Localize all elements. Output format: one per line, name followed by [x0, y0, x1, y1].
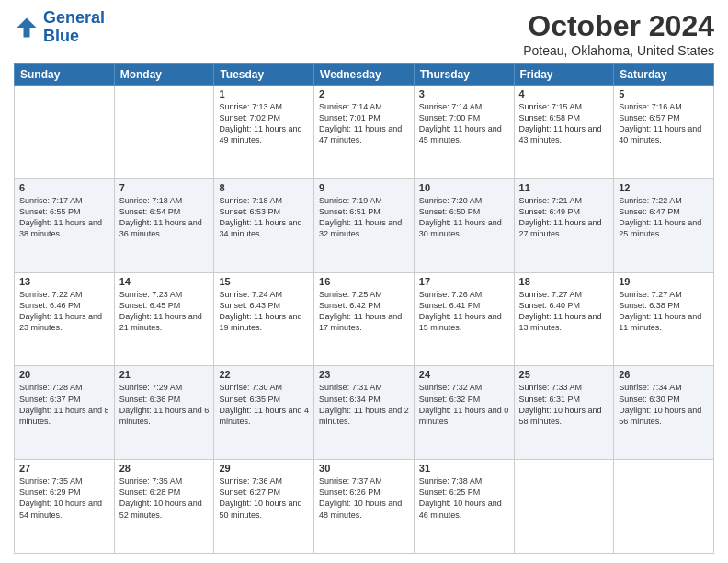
- day-info: Sunrise: 7:14 AMSunset: 7:01 PMDaylight:…: [319, 101, 409, 146]
- day-cell: 19 Sunrise: 7:27 AMSunset: 6:38 PMDaylig…: [614, 272, 714, 366]
- week-row-1: 1 Sunrise: 7:13 AMSunset: 7:02 PMDayligh…: [15, 86, 714, 179]
- day-number: 22: [219, 369, 309, 380]
- day-info: Sunrise: 7:17 AMSunset: 6:55 PMDaylight:…: [19, 195, 109, 240]
- day-info: Sunrise: 7:34 AMSunset: 6:30 PMDaylight:…: [619, 382, 709, 427]
- day-cell: 15 Sunrise: 7:24 AMSunset: 6:43 PMDaylig…: [214, 272, 314, 366]
- day-info: Sunrise: 7:27 AMSunset: 6:40 PMDaylight:…: [519, 289, 609, 334]
- logo-icon: [14, 15, 40, 40]
- day-number: 14: [119, 276, 210, 287]
- week-row-5: 27 Sunrise: 7:35 AMSunset: 6:29 PMDaylig…: [15, 460, 714, 554]
- day-cell: 24 Sunrise: 7:32 AMSunset: 6:32 PMDaylig…: [414, 366, 514, 460]
- day-cell: 3 Sunrise: 7:14 AMSunset: 7:00 PMDayligh…: [414, 86, 514, 179]
- header-friday: Friday: [514, 64, 614, 86]
- week-row-2: 6 Sunrise: 7:17 AMSunset: 6:55 PMDayligh…: [15, 178, 714, 272]
- day-number: 16: [319, 276, 409, 287]
- day-cell: [15, 86, 115, 179]
- day-info: Sunrise: 7:32 AMSunset: 6:32 PMDaylight:…: [419, 382, 509, 427]
- day-cell: 18 Sunrise: 7:27 AMSunset: 6:40 PMDaylig…: [514, 272, 614, 366]
- day-info: Sunrise: 7:25 AMSunset: 6:42 PMDaylight:…: [319, 289, 409, 334]
- day-info: Sunrise: 7:31 AMSunset: 6:34 PMDaylight:…: [319, 382, 409, 427]
- day-cell: 10 Sunrise: 7:20 AMSunset: 6:50 PMDaylig…: [414, 178, 514, 272]
- day-number: 7: [119, 182, 210, 193]
- day-info: Sunrise: 7:16 AMSunset: 6:57 PMDaylight:…: [619, 101, 709, 146]
- day-cell: 30 Sunrise: 7:37 AMSunset: 6:26 PMDaylig…: [314, 460, 415, 554]
- day-number: 3: [419, 88, 509, 99]
- day-info: Sunrise: 7:37 AMSunset: 6:26 PMDaylight:…: [319, 476, 409, 521]
- day-info: Sunrise: 7:14 AMSunset: 7:00 PMDaylight:…: [419, 101, 509, 146]
- day-number: 27: [19, 463, 109, 474]
- day-cell: [114, 86, 214, 179]
- day-number: 25: [519, 369, 609, 380]
- day-info: Sunrise: 7:35 AMSunset: 6:28 PMDaylight:…: [119, 476, 210, 521]
- day-info: Sunrise: 7:26 AMSunset: 6:41 PMDaylight:…: [419, 289, 509, 334]
- day-cell: 28 Sunrise: 7:35 AMSunset: 6:28 PMDaylig…: [114, 460, 214, 554]
- day-cell: 17 Sunrise: 7:26 AMSunset: 6:41 PMDaylig…: [414, 272, 514, 366]
- day-cell: 21 Sunrise: 7:29 AMSunset: 6:36 PMDaylig…: [114, 366, 214, 460]
- day-info: Sunrise: 7:15 AMSunset: 6:58 PMDaylight:…: [519, 101, 609, 146]
- day-info: Sunrise: 7:19 AMSunset: 6:51 PMDaylight:…: [319, 195, 409, 240]
- day-cell: 8 Sunrise: 7:18 AMSunset: 6:53 PMDayligh…: [214, 178, 314, 272]
- day-info: Sunrise: 7:27 AMSunset: 6:38 PMDaylight:…: [619, 289, 709, 334]
- day-info: Sunrise: 7:28 AMSunset: 6:37 PMDaylight:…: [19, 382, 109, 427]
- day-info: Sunrise: 7:18 AMSunset: 6:54 PMDaylight:…: [119, 195, 210, 240]
- month-title: October 2024: [523, 9, 714, 43]
- day-number: 24: [419, 369, 509, 380]
- logo-line1: General: [43, 8, 105, 27]
- header-tuesday: Tuesday: [214, 64, 314, 86]
- day-info: Sunrise: 7:38 AMSunset: 6:25 PMDaylight:…: [419, 476, 509, 521]
- day-cell: 13 Sunrise: 7:22 AMSunset: 6:46 PMDaylig…: [15, 272, 115, 366]
- day-info: Sunrise: 7:36 AMSunset: 6:27 PMDaylight:…: [219, 476, 309, 521]
- day-number: 9: [319, 182, 409, 193]
- day-cell: 26 Sunrise: 7:34 AMSunset: 6:30 PMDaylig…: [614, 366, 714, 460]
- day-info: Sunrise: 7:20 AMSunset: 6:50 PMDaylight:…: [419, 195, 509, 240]
- day-cell: 11 Sunrise: 7:21 AMSunset: 6:49 PMDaylig…: [514, 178, 614, 272]
- logo-line2: Blue: [43, 27, 79, 45]
- day-number: 20: [19, 369, 109, 380]
- day-info: Sunrise: 7:24 AMSunset: 6:43 PMDaylight:…: [219, 289, 309, 334]
- day-info: Sunrise: 7:29 AMSunset: 6:36 PMDaylight:…: [119, 382, 210, 427]
- day-info: Sunrise: 7:22 AMSunset: 6:46 PMDaylight:…: [19, 289, 109, 334]
- day-number: 19: [619, 276, 709, 287]
- day-cell: 14 Sunrise: 7:23 AMSunset: 6:45 PMDaylig…: [114, 272, 214, 366]
- logo: General Blue: [14, 9, 105, 46]
- day-number: 15: [219, 276, 309, 287]
- title-block: October 2024 Poteau, Oklahoma, United St…: [523, 9, 714, 58]
- header: General Blue October 2024 Poteau, Oklaho…: [14, 9, 714, 58]
- day-number: 21: [119, 369, 210, 380]
- day-number: 29: [219, 463, 309, 474]
- calendar-table: Sunday Monday Tuesday Wednesday Thursday…: [14, 63, 714, 554]
- day-info: Sunrise: 7:33 AMSunset: 6:31 PMDaylight:…: [519, 382, 609, 427]
- day-number: 5: [619, 88, 709, 99]
- day-number: 13: [19, 276, 109, 287]
- day-info: Sunrise: 7:35 AMSunset: 6:29 PMDaylight:…: [19, 476, 109, 521]
- day-cell: 31 Sunrise: 7:38 AMSunset: 6:25 PMDaylig…: [414, 460, 514, 554]
- day-cell: 16 Sunrise: 7:25 AMSunset: 6:42 PMDaylig…: [314, 272, 415, 366]
- day-info: Sunrise: 7:13 AMSunset: 7:02 PMDaylight:…: [219, 101, 309, 146]
- day-cell: 2 Sunrise: 7:14 AMSunset: 7:01 PMDayligh…: [314, 86, 415, 179]
- day-number: 28: [119, 463, 210, 474]
- header-thursday: Thursday: [414, 64, 514, 86]
- day-number: 8: [219, 182, 309, 193]
- header-monday: Monday: [114, 64, 214, 86]
- day-info: Sunrise: 7:21 AMSunset: 6:49 PMDaylight:…: [519, 195, 609, 240]
- day-info: Sunrise: 7:22 AMSunset: 6:47 PMDaylight:…: [619, 195, 709, 240]
- day-cell: 25 Sunrise: 7:33 AMSunset: 6:31 PMDaylig…: [514, 366, 614, 460]
- day-number: 18: [519, 276, 609, 287]
- day-cell: 7 Sunrise: 7:18 AMSunset: 6:54 PMDayligh…: [114, 178, 214, 272]
- day-info: Sunrise: 7:30 AMSunset: 6:35 PMDaylight:…: [219, 382, 309, 427]
- day-number: 17: [419, 276, 509, 287]
- header-wednesday: Wednesday: [314, 64, 415, 86]
- location: Poteau, Oklahoma, United States: [523, 43, 714, 58]
- day-cell: 27 Sunrise: 7:35 AMSunset: 6:29 PMDaylig…: [15, 460, 115, 554]
- day-cell: 1 Sunrise: 7:13 AMSunset: 7:02 PMDayligh…: [214, 86, 314, 179]
- day-info: Sunrise: 7:23 AMSunset: 6:45 PMDaylight:…: [119, 289, 210, 334]
- day-cell: 9 Sunrise: 7:19 AMSunset: 6:51 PMDayligh…: [314, 178, 415, 272]
- day-cell: 23 Sunrise: 7:31 AMSunset: 6:34 PMDaylig…: [314, 366, 415, 460]
- day-cell: 4 Sunrise: 7:15 AMSunset: 6:58 PMDayligh…: [514, 86, 614, 179]
- day-cell: [614, 460, 714, 554]
- day-number: 23: [319, 369, 409, 380]
- day-number: 6: [19, 182, 109, 193]
- day-number: 31: [419, 463, 509, 474]
- day-number: 30: [319, 463, 409, 474]
- day-cell: 12 Sunrise: 7:22 AMSunset: 6:47 PMDaylig…: [614, 178, 714, 272]
